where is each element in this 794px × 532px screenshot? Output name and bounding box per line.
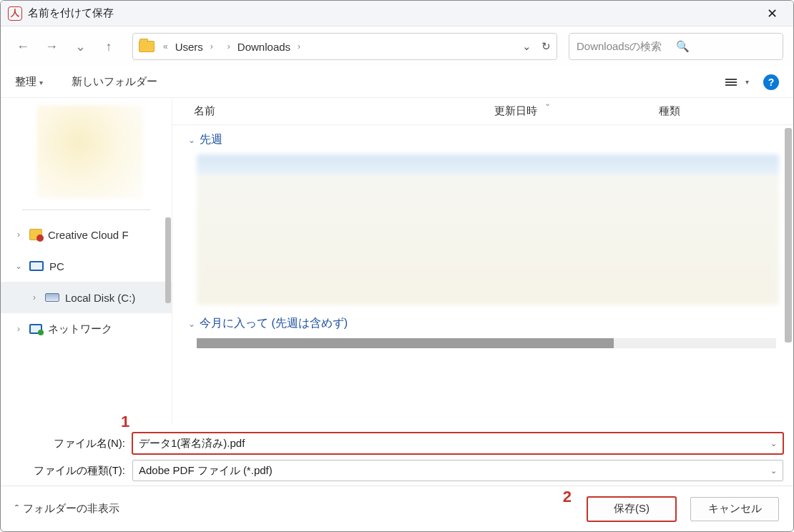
filetype-label: ファイルの種類(T): bbox=[11, 464, 132, 478]
forward-button[interactable]: → bbox=[39, 34, 64, 59]
close-button[interactable]: ✕ bbox=[755, 1, 789, 26]
help-button[interactable]: ? bbox=[763, 74, 779, 90]
title-bar: 人 名前を付けて保存 ✕ bbox=[1, 1, 793, 26]
sidebar-item-network[interactable]: › ネットワーク bbox=[1, 313, 172, 345]
list-view-icon bbox=[725, 79, 737, 86]
chevron-right-icon: › bbox=[14, 230, 24, 240]
filetype-value: Adobe PDF ファイル (*.pdf) bbox=[139, 464, 273, 478]
group-earlier-this-month[interactable]: ⌄ 今月に入って (先週は含めず) bbox=[184, 309, 793, 337]
pc-icon bbox=[29, 261, 44, 271]
hide-folders-toggle[interactable]: ˆ フォルダーの非表示 bbox=[15, 502, 119, 516]
chevron-down-icon: ⌄ bbox=[770, 466, 777, 476]
sidebar-item-creative-cloud[interactable]: › Creative Cloud F bbox=[1, 219, 172, 250]
up-button[interactable]: ↑ bbox=[97, 34, 121, 59]
window-title: 名前を付けて保存 bbox=[28, 6, 114, 20]
column-type[interactable]: 種類 bbox=[659, 104, 680, 118]
chevron-down-icon: ▾ bbox=[39, 79, 43, 87]
close-icon: ✕ bbox=[767, 6, 778, 21]
dialog-body: › Creative Cloud F ⌄ PC › Local Disk (C:… bbox=[1, 98, 793, 424]
chevron-down-icon: ⌄ bbox=[188, 135, 195, 145]
chevron-down-icon: ⌄ bbox=[14, 261, 24, 271]
horizontal-scrollbar[interactable] bbox=[197, 338, 776, 348]
sidebar-item-label: Creative Cloud F bbox=[48, 229, 129, 241]
chevron-right-icon: › bbox=[29, 292, 39, 302]
file-rows-redacted bbox=[197, 154, 779, 305]
annotation-2: 2 bbox=[563, 488, 572, 506]
navigation-bar: ← → ⌄ ↑ « Users › › Downloads › ⌄ ↻ Down… bbox=[1, 26, 793, 66]
search-input[interactable]: Downloadsの検索 🔍 bbox=[569, 33, 783, 60]
chevron-down-icon: ▾ bbox=[745, 78, 749, 86]
chevron-right-icon: › bbox=[14, 324, 24, 334]
organize-menu[interactable]: 整理▾ bbox=[15, 75, 43, 89]
save-dialog: 人 名前を付けて保存 ✕ ← → ⌄ ↑ « Users › › Downloa… bbox=[0, 0, 794, 532]
recent-button[interactable]: ⌄ bbox=[68, 34, 92, 59]
breadcrumb-users[interactable]: Users bbox=[175, 41, 203, 53]
filetype-select[interactable]: Adobe PDF ファイル (*.pdf) ⌄ bbox=[132, 460, 783, 481]
chevron-down-icon: ⌄ bbox=[75, 39, 86, 54]
arrow-up-icon: ↑ bbox=[106, 39, 112, 54]
hide-folders-label: フォルダーの非表示 bbox=[23, 502, 119, 516]
group-label: 今月に入って (先週は含めず) bbox=[200, 316, 348, 331]
refresh-button[interactable]: ↻ bbox=[541, 40, 551, 53]
file-list[interactable]: ⌄ 先週 ⌄ 今月に入って (先週は含めず) bbox=[172, 125, 793, 424]
chevron-up-icon: ˆ bbox=[15, 503, 19, 515]
dialog-footer: ˆ フォルダーの非表示 2 保存(S) キャンセル bbox=[1, 486, 793, 531]
cancel-button-label: キャンセル bbox=[708, 502, 762, 516]
save-fields: 1 ファイル名(N): データ1(署名済み).pdf ⌄ ファイルの種類(T):… bbox=[1, 424, 793, 486]
back-button[interactable]: ← bbox=[11, 34, 35, 59]
file-list-area: 名前 ⌄ 更新日時 種類 ⌄ 先週 ⌄ 今月に入って (先週は含めず) bbox=[172, 98, 793, 424]
save-button-label: 保存(S) bbox=[614, 502, 650, 516]
breadcrumb-bar[interactable]: « Users › › Downloads › ⌄ ↻ bbox=[132, 33, 557, 60]
sidebar-item-label: ネットワーク bbox=[48, 322, 112, 336]
column-headers: 名前 ⌄ 更新日時 種類 bbox=[172, 98, 793, 125]
new-folder-button[interactable]: 新しいフォルダー bbox=[72, 75, 157, 89]
sidebar-scrollbar[interactable] bbox=[165, 217, 171, 303]
folder-icon bbox=[139, 41, 155, 52]
view-menu[interactable]: ▾ bbox=[725, 78, 749, 86]
search-icon: 🔍 bbox=[676, 40, 775, 53]
disk-icon bbox=[45, 293, 59, 302]
cancel-button[interactable]: キャンセル bbox=[690, 497, 779, 521]
search-placeholder: Downloadsの検索 bbox=[577, 40, 676, 54]
sidebar-item-label: Local Disk (C:) bbox=[65, 292, 135, 304]
save-button[interactable]: 保存(S) bbox=[587, 497, 676, 521]
chevron-right-icon: › bbox=[295, 41, 303, 51]
scrollbar-thumb[interactable] bbox=[197, 338, 614, 348]
acrobat-icon: 人 bbox=[8, 6, 22, 21]
breadcrumb-downloads[interactable]: Downloads bbox=[237, 41, 290, 53]
sort-indicator-icon: ⌄ bbox=[544, 99, 551, 108]
toolbar: 整理▾ 新しいフォルダー ▾ ? bbox=[1, 66, 793, 98]
chevron-down-icon: ⌄ bbox=[188, 319, 195, 329]
group-last-week[interactable]: ⌄ 先週 bbox=[184, 125, 793, 153]
filename-input[interactable]: データ1(署名済み).pdf ⌄ bbox=[132, 433, 783, 454]
annotation-1: 1 bbox=[121, 413, 129, 431]
network-icon bbox=[29, 324, 42, 334]
column-modified[interactable]: ⌄ 更新日時 bbox=[494, 104, 659, 118]
column-name[interactable]: 名前 bbox=[194, 104, 494, 118]
arrow-right-icon: → bbox=[45, 39, 58, 54]
sidebar-item-pc[interactable]: ⌄ PC bbox=[1, 250, 172, 282]
chevron-right-icon: › bbox=[225, 41, 233, 51]
sidebar-item-local-disk[interactable]: › Local Disk (C:) bbox=[1, 282, 172, 313]
arrow-left-icon: ← bbox=[16, 39, 29, 54]
filename-label: ファイル名(N): bbox=[11, 437, 132, 450]
vertical-scrollbar[interactable] bbox=[785, 128, 792, 343]
creative-cloud-icon bbox=[29, 229, 42, 240]
group-label: 先週 bbox=[200, 132, 222, 147]
chevron-right-icon: › bbox=[207, 41, 216, 51]
chevron-down-icon: ⌄ bbox=[770, 439, 777, 448]
sidebar-item-label: PC bbox=[49, 260, 64, 272]
folder-tree: › Creative Cloud F ⌄ PC › Local Disk (C:… bbox=[1, 215, 172, 349]
nav-sidebar: › Creative Cloud F ⌄ PC › Local Disk (C:… bbox=[1, 98, 172, 424]
path-dropdown[interactable]: ⌄ bbox=[522, 40, 531, 53]
quick-access-preview bbox=[36, 105, 143, 198]
filename-value: データ1(署名済み).pdf bbox=[139, 437, 245, 450]
